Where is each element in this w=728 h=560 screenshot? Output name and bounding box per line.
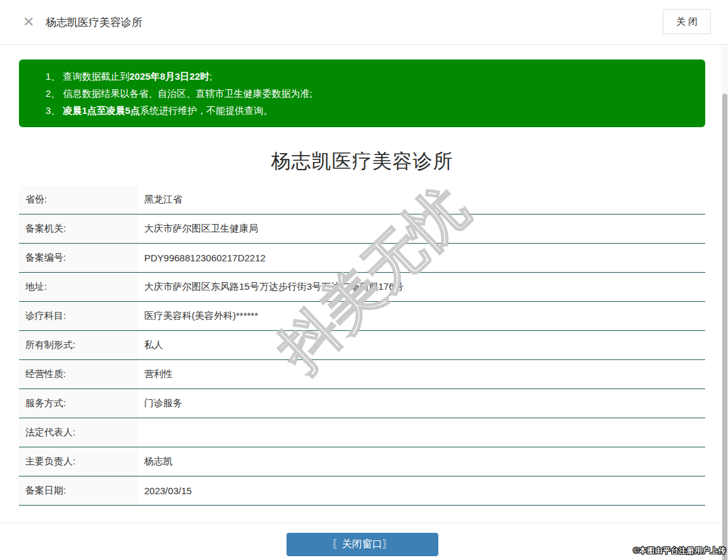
modal-body: 1、 查询数据截止到2025年8月3日22时;2、 信息数据结果以各省、自治区、… <box>0 59 728 556</box>
row-value: 杨志凯 <box>138 447 705 476</box>
row-label: 诊疗科目: <box>19 302 138 330</box>
row-value: 大庆市萨尔图区卫生健康局 <box>138 215 705 243</box>
notice-box: 1、 查询数据截止到2025年8月3日22时;2、 信息数据结果以各省、自治区、… <box>19 59 705 127</box>
row-label: 备案编号: <box>19 244 138 272</box>
row-value <box>138 418 705 447</box>
table-row: 备案编号:PDY99688123060217D2212 <box>19 244 705 273</box>
close-x-icon[interactable]: ✕ <box>23 14 34 30</box>
row-value: 2023/03/15 <box>138 476 705 505</box>
row-value: 医疗美容科(美容外科)****** <box>138 302 705 330</box>
row-label: 主要负责人: <box>19 447 138 476</box>
table-row: 备案机关:大庆市萨尔图区卫生健康局 <box>19 215 705 244</box>
table-row: 法定代表人: <box>19 418 705 447</box>
table-row: 备案日期:2023/03/15 <box>19 476 705 506</box>
table-row: 地址:大庆市萨尔图区东风路15号万达步行街3号万达广场商服176号 <box>19 273 705 302</box>
scrollbar-thumb[interactable] <box>722 94 727 560</box>
scrollbar-track[interactable] <box>722 46 728 560</box>
record-table: 省份:黑龙江省备案机关:大庆市萨尔图区卫生健康局备案编号:PDY99688123… <box>19 185 705 506</box>
footer-divider <box>0 523 728 523</box>
row-value: 门诊服务 <box>138 389 705 418</box>
row-label: 备案机关: <box>19 215 138 243</box>
table-row: 主要负责人:杨志凯 <box>19 447 705 476</box>
notice-item: 1、 查询数据截止到2025年8月3日22时; <box>46 68 693 85</box>
page-title: 杨志凯医疗美容诊所 <box>19 148 705 175</box>
close-button[interactable]: 关 闭 <box>663 9 711 34</box>
row-value: 大庆市萨尔图区东风路15号万达步行街3号万达广场商服176号 <box>138 273 705 301</box>
button-row: 〖关闭窗口〗 <box>19 533 705 556</box>
row-label: 服务方式: <box>19 389 138 418</box>
close-window-button[interactable]: 〖关闭窗口〗 <box>287 533 438 556</box>
row-label: 经营性质: <box>19 360 138 389</box>
copyright-note: ©本图由平台注册用户上传 <box>633 545 726 556</box>
table-row: 服务方式:门诊服务 <box>19 389 705 418</box>
row-label: 备案日期: <box>19 476 138 505</box>
row-value: PDY99688123060217D2212 <box>138 244 705 272</box>
table-row: 经营性质:营利性 <box>19 360 705 389</box>
row-label: 地址: <box>19 273 138 301</box>
row-label: 法定代表人: <box>19 418 138 447</box>
row-label: 所有制形式: <box>19 331 138 359</box>
row-label: 省份: <box>19 185 138 214</box>
notice-item: 2、 信息数据结果以各省、自治区、直辖市卫生健康委数据为准; <box>46 85 693 102</box>
row-value: 私人 <box>138 331 705 359</box>
modal-header: ✕ 杨志凯医疗美容诊所 关 闭 <box>0 0 728 45</box>
row-value: 营利性 <box>138 360 705 389</box>
table-row: 所有制形式:私人 <box>19 331 705 360</box>
window-title: 杨志凯医疗美容诊所 <box>46 15 142 30</box>
table-row: 省份:黑龙江省 <box>19 185 705 215</box>
table-row: 诊疗科目:医疗美容科(美容外科)****** <box>19 302 705 331</box>
row-value: 黑龙江省 <box>138 185 705 214</box>
notice-item: 3、 凌晨1点至凌晨5点系统进行维护，不能提供查询。 <box>46 102 693 119</box>
